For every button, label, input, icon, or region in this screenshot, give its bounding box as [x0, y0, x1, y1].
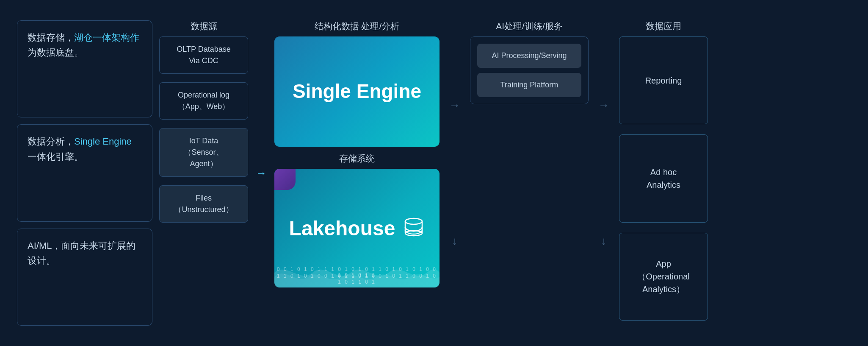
arrow-down2-icon: ↓: [601, 234, 607, 248]
ai-top-group: AI Processing/Serving Training Platform: [470, 36, 589, 104]
ai-spacer: [470, 104, 589, 326]
arrow-down-icon: ↓: [452, 234, 458, 248]
storage-suffix: 为数据底盘。: [28, 47, 83, 58]
arrows-ai-apps: → ↓: [595, 20, 612, 326]
database-icon: [403, 217, 425, 239]
engine-header: 结构化数据 处理/分析: [274, 20, 440, 32]
apps-header: 数据应用: [619, 20, 708, 32]
training-platform-box: Training Platform: [477, 73, 581, 97]
storage-header: 存储系统: [274, 153, 440, 165]
lakehouse-title: Lakehouse: [289, 217, 425, 240]
ai-processing-label: AI Processing/Serving: [492, 51, 567, 60]
source-files: Files（Unstructured）: [159, 185, 248, 223]
analysis-prefix: 数据分析，: [28, 136, 74, 147]
analysis-suffix: 一体化引擎。: [28, 151, 83, 162]
engine-section: 结构化数据 处理/分析 Single Engine: [274, 20, 440, 147]
ai-header: AI处理/训练/服务: [470, 20, 589, 32]
analysis-highlight: Single Engine: [74, 136, 132, 147]
text-box-aiml: AI/ML，面向未来可扩展的设计。: [17, 229, 152, 326]
purple-corner: [274, 169, 296, 190]
binary-row-2: 1 1 0 1 0 1 0 0 1 0 1 1 0 1 0 0 1 0 1 1 …: [274, 273, 440, 285]
operational-label: App（OperationalAnalytics）: [637, 257, 689, 296]
arrow-engine-ai-icon: →: [449, 99, 460, 112]
ai-processing-box: AI Processing/Serving: [477, 44, 581, 68]
app-operational: App（OperationalAnalytics）: [619, 233, 708, 321]
arrow-source-engine: →: [255, 20, 268, 326]
sources-header: 数据源: [159, 20, 248, 32]
lakehouse-label: Lakehouse: [289, 217, 395, 240]
arrow-ai-apps-icon: →: [598, 99, 609, 112]
storage-section: 存储系统 Lakehouse: [274, 153, 440, 326]
storage-prefix: 数据存储，: [28, 32, 74, 43]
svg-point-0: [405, 218, 422, 224]
text-box-storage: 数据存储，湖仓一体架构作 为数据底盘。: [17, 20, 152, 117]
lakehouse-box: Lakehouse: [274, 169, 440, 287]
main-container: 数据存储，湖仓一体架构作 为数据底盘。 数据分析，Single Engine 一…: [8, 12, 860, 334]
ai-column: AI处理/训练/服务 AI Processing/Serving Trainin…: [470, 20, 589, 326]
storage-text: 数据存储，湖仓一体架构作 为数据底盘。: [28, 30, 142, 60]
left-text-column: 数据存储，湖仓一体架构作 为数据底盘。 数据分析，Single Engine 一…: [17, 20, 152, 326]
app-reporting: Reporting: [619, 36, 708, 124]
apps-column: 数据应用 Reporting Ad hocAnalytics App（Opera…: [619, 20, 708, 326]
aiml-text: AI/ML，面向未来可扩展的设计。: [28, 238, 142, 268]
source-oltp: OLTP DatabaseVia CDC: [159, 36, 248, 74]
source-iot: IoT Data（Sensor、Agent）: [159, 128, 248, 177]
app-adhoc: Ad hocAnalytics: [619, 134, 708, 222]
reporting-label: Reporting: [645, 74, 682, 87]
engine-storage-column: 结构化数据 处理/分析 Single Engine 存储系统 Lakehouse: [274, 20, 440, 326]
analysis-text: 数据分析，Single Engine 一体化引擎。: [28, 134, 142, 164]
storage-highlight: 湖仓一体架构作: [74, 32, 139, 43]
arrow-right-icon: →: [256, 167, 267, 180]
training-platform-label: Training Platform: [500, 81, 558, 89]
arrows-connector: → ↓: [446, 20, 463, 326]
sources-column: 数据源 OLTP DatabaseVia CDC Operational log…: [159, 20, 248, 326]
source-oplog: Operational log（App、Web）: [159, 82, 248, 120]
single-engine-title: Single Engine: [293, 80, 421, 103]
single-engine-box: Single Engine: [274, 36, 440, 147]
text-box-analysis: 数据分析，Single Engine 一体化引擎。: [17, 124, 152, 221]
adhoc-label: Ad hocAnalytics: [647, 166, 680, 191]
